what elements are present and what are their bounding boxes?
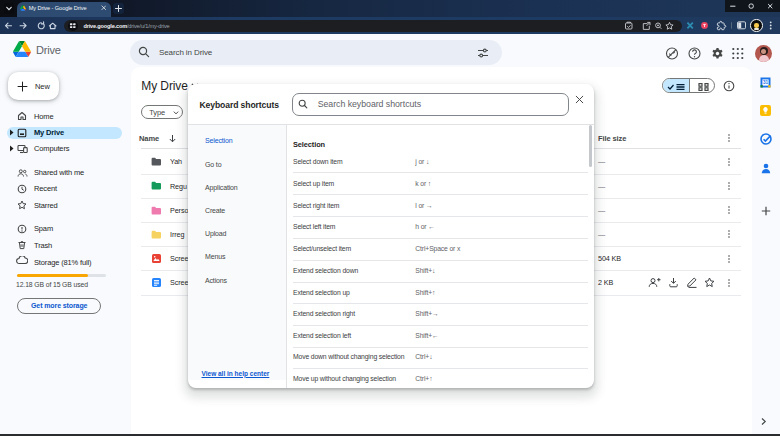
svg-text:31: 31: [763, 80, 769, 85]
